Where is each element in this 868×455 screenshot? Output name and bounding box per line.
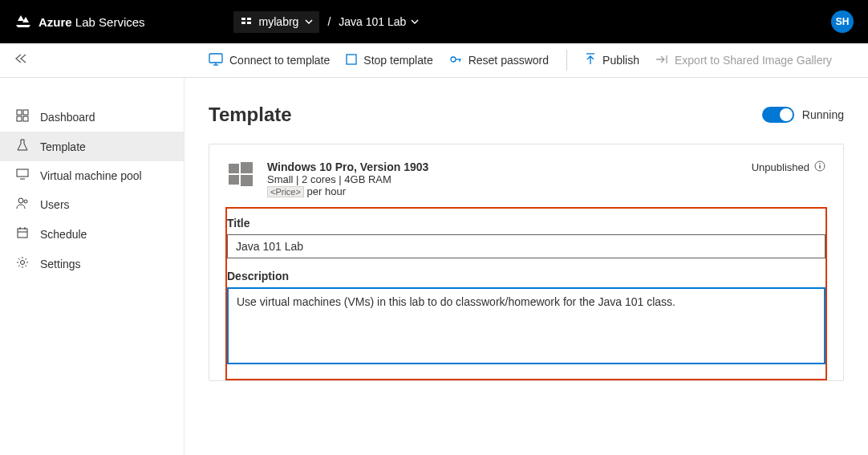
users-icon xyxy=(16,197,29,212)
os-title: Windows 10 Pro, Version 1903 xyxy=(267,160,428,173)
price-suffix: per hour xyxy=(307,185,346,197)
svg-point-32 xyxy=(819,163,821,165)
key-icon xyxy=(449,53,462,68)
sidebar-item-vmpool[interactable]: Virtual machine pool xyxy=(0,161,184,189)
svg-rect-0 xyxy=(241,18,245,20)
upload-icon xyxy=(585,53,596,68)
sidebar: Dashboard Template Virtual machine pool … xyxy=(0,78,185,455)
os-specs: Small | 2 cores | 4GB RAM xyxy=(267,173,428,185)
flask-icon xyxy=(16,139,29,154)
svg-point-19 xyxy=(18,198,23,203)
windows-icon xyxy=(227,160,254,191)
sidebar-item-schedule[interactable]: Schedule xyxy=(0,219,184,249)
main-content: Template Running Windows 10 Pro, Version… xyxy=(185,78,868,455)
sidebar-item-label: Template xyxy=(40,140,86,153)
collapse-sidebar-button[interactable] xyxy=(13,53,29,67)
svg-rect-29 xyxy=(241,175,253,186)
breadcrumb-separator: / xyxy=(327,15,331,28)
svg-point-8 xyxy=(451,57,456,62)
title-label: Title xyxy=(227,217,825,230)
price-row: <Price> per hour xyxy=(267,185,428,197)
monitor-icon xyxy=(209,53,223,68)
price-tag: <Price> xyxy=(267,186,304,197)
svg-rect-2 xyxy=(241,22,245,24)
title-input[interactable] xyxy=(227,234,825,258)
svg-rect-4 xyxy=(209,54,222,63)
sidebar-item-users[interactable]: Users xyxy=(0,189,184,219)
sidebar-item-label: Schedule xyxy=(40,228,87,241)
gear-icon xyxy=(16,256,29,271)
avatar[interactable]: SH xyxy=(831,10,854,33)
toolbar: Connect to template Stop template Reset … xyxy=(0,43,868,78)
svg-rect-16 xyxy=(23,116,28,121)
highlighted-form-region: Title Description xyxy=(225,207,827,380)
top-navbar: Azure Lab Services mylabrg / Java 101 La… xyxy=(0,0,868,43)
brand-text: Azure Lab Services xyxy=(39,15,145,29)
description-input[interactable] xyxy=(227,287,825,364)
export-icon xyxy=(655,54,668,67)
chevron-down-icon xyxy=(305,15,313,28)
template-card: Windows 10 Pro, Version 1903 Small | 2 c… xyxy=(209,144,844,381)
sidebar-item-label: Users xyxy=(40,198,70,211)
svg-rect-7 xyxy=(347,55,356,64)
svg-rect-1 xyxy=(247,18,251,20)
breadcrumb-resource-group[interactable]: mylabrg xyxy=(233,11,320,33)
monitor-icon xyxy=(16,169,29,182)
breadcrumb-rg-label: mylabrg xyxy=(259,15,299,28)
stop-icon xyxy=(346,54,357,67)
sidebar-item-label: Settings xyxy=(40,258,81,270)
svg-rect-28 xyxy=(229,175,239,185)
svg-rect-15 xyxy=(17,116,22,121)
svg-rect-26 xyxy=(229,164,239,173)
resource-group-icon xyxy=(240,14,253,30)
breadcrumb-lab-label: Java 101 Lab xyxy=(339,15,406,28)
info-icon[interactable] xyxy=(814,160,825,174)
svg-rect-21 xyxy=(18,229,27,238)
sidebar-item-label: Dashboard xyxy=(40,111,95,124)
svg-point-25 xyxy=(21,261,25,265)
brand: Azure Lab Services xyxy=(14,13,145,30)
connect-template-button[interactable]: Connect to template xyxy=(209,53,330,68)
publish-button[interactable]: Publish xyxy=(585,53,639,68)
sidebar-item-dashboard[interactable]: Dashboard xyxy=(0,102,184,132)
sidebar-item-label: Virtual machine pool xyxy=(40,169,142,182)
toolbar-divider xyxy=(566,50,567,71)
breadcrumb-lab[interactable]: Java 101 Lab xyxy=(339,15,419,28)
sidebar-item-template[interactable]: Template xyxy=(0,132,184,161)
svg-rect-27 xyxy=(241,162,253,173)
breadcrumb: mylabrg / Java 101 Lab xyxy=(233,11,420,33)
chevron-down-icon xyxy=(411,15,419,28)
azure-logo-icon xyxy=(14,13,32,30)
export-shared-image-button: Export to Shared Image Gallery xyxy=(655,54,832,67)
svg-rect-17 xyxy=(17,169,28,177)
calendar-icon xyxy=(16,226,29,242)
svg-rect-3 xyxy=(247,22,251,24)
stop-template-button[interactable]: Stop template xyxy=(346,54,432,67)
publish-status: Unpublished xyxy=(752,161,809,173)
reset-password-button[interactable]: Reset password xyxy=(449,53,549,68)
sidebar-item-settings[interactable]: Settings xyxy=(0,249,184,278)
svg-rect-13 xyxy=(17,110,22,115)
dashboard-icon xyxy=(16,109,29,124)
description-label: Description xyxy=(227,270,825,282)
svg-rect-14 xyxy=(23,110,28,115)
running-label: Running xyxy=(802,108,844,121)
page-title: Template xyxy=(209,104,292,126)
svg-point-20 xyxy=(24,200,27,203)
running-toggle[interactable] xyxy=(762,107,794,123)
